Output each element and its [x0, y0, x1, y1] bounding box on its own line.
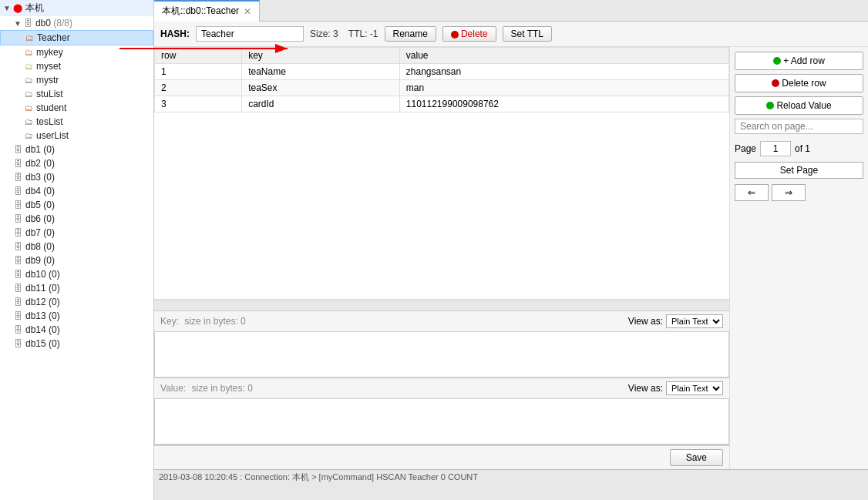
- sidebar-item-stulist[interactable]: 🗂 stuList: [0, 87, 153, 101]
- db3-icon: 🗄: [14, 173, 22, 182]
- db12-icon: 🗄: [14, 297, 22, 307]
- db14-icon: 🗄: [14, 325, 22, 334]
- db0-count: (8/8): [53, 18, 72, 29]
- root-icon: ⬤: [13, 3, 22, 13]
- delete-row-button[interactable]: Delete row: [735, 74, 863, 92]
- db4-label: db4 (0): [25, 186, 55, 196]
- hash-size-label: Size: 3 TTL: -1: [310, 29, 378, 39]
- page-number-input[interactable]: 1: [760, 141, 791, 156]
- db15-icon: 🗄: [14, 339, 22, 348]
- db7-icon: 🗄: [14, 228, 22, 237]
- status-bar: 2019-03-08 10:20:45 : Connection: 本机 > […: [154, 469, 868, 500]
- kv-panels: Key: size in bytes: 0 View as: Plain Tex…: [154, 310, 729, 469]
- set-page-button[interactable]: Set Page: [735, 162, 863, 179]
- sidebar-root[interactable]: ▼ ⬤ 本机: [0, 0, 153, 16]
- rename-button[interactable]: Rename: [385, 26, 436, 42]
- save-row: Save: [154, 445, 729, 469]
- root-arrow: ▼: [3, 4, 11, 12]
- userlist-icon: 🗂: [25, 131, 33, 140]
- sidebar-item-db13[interactable]: 🗄 db13 (0): [0, 309, 153, 323]
- reload-value-button[interactable]: Reload Value: [735, 96, 863, 115]
- sidebar-item-db4[interactable]: 🗄 db4 (0): [0, 184, 153, 198]
- sidebar-item-db11[interactable]: 🗄 db11 (0): [0, 281, 153, 295]
- delete-icon: [451, 31, 459, 39]
- db5-icon: 🗄: [14, 200, 22, 210]
- db6-icon: 🗄: [14, 214, 22, 223]
- sidebar-item-db5[interactable]: 🗄 db5 (0): [0, 198, 153, 212]
- table-panel: row key value 1teaNamezhangsansan2teaSex…: [154, 47, 729, 469]
- student-label: student: [36, 102, 66, 113]
- sidebar: ▼ ⬤ 本机 ▼ 🗄 db0 (8/8) 🗂 Teacher 🗂 mykey 🗂…: [0, 0, 154, 500]
- value-textarea[interactable]: [154, 398, 729, 445]
- add-row-button[interactable]: + Add row: [735, 52, 863, 70]
- tab-close-button[interactable]: ✕: [244, 6, 251, 17]
- cell-row: 3: [155, 96, 242, 112]
- root-label: 本机: [25, 2, 44, 15]
- sidebar-item-db12[interactable]: 🗄 db12 (0): [0, 295, 153, 309]
- value-section: Value: size in bytes: 0 View as: Plain T…: [154, 378, 729, 445]
- key-header: Key: size in bytes: 0 View as: Plain Tex…: [154, 311, 729, 331]
- sidebar-item-userlist[interactable]: 🗂 userList: [0, 129, 153, 143]
- sidebar-item-db6[interactable]: 🗄 db6 (0): [0, 212, 153, 226]
- hash-name-input[interactable]: Teacher: [196, 26, 304, 42]
- userlist-label: userList: [36, 130, 69, 141]
- sidebar-item-db1[interactable]: 🗄 db1 (0): [0, 143, 153, 156]
- db1-icon: 🗄: [14, 145, 22, 154]
- sidebar-item-mystr[interactable]: 🗂 mystr: [0, 73, 153, 87]
- sidebar-item-db3[interactable]: 🗄 db3 (0): [0, 170, 153, 184]
- col-key: key: [242, 48, 400, 64]
- mykey-icon: 🗂: [25, 48, 33, 57]
- sidebar-item-db0[interactable]: ▼ 🗄 db0 (8/8): [0, 16, 153, 30]
- db2-icon: 🗄: [14, 159, 22, 168]
- db13-icon: 🗄: [14, 311, 22, 320]
- teslist-label: tesList: [36, 116, 63, 127]
- stulist-label: stuList: [36, 89, 63, 99]
- key-label: Key: size in bytes: 0: [160, 316, 246, 327]
- table-row[interactable]: 1teaNamezhangsansan: [155, 64, 729, 80]
- db0-arrow: ▼: [14, 19, 22, 28]
- prev-page-button[interactable]: ⇐: [735, 184, 769, 201]
- mystr-label: mystr: [36, 75, 59, 86]
- delete-button[interactable]: Delete: [442, 26, 496, 42]
- db9-icon: 🗄: [14, 256, 22, 265]
- db8-label: db8 (0): [25, 241, 55, 252]
- add-row-icon: [773, 57, 781, 65]
- search-on-page-input[interactable]: [735, 119, 863, 134]
- tab-teacher[interactable]: 本机::db0::Teacher ✕: [154, 0, 260, 22]
- cell-key: cardId: [242, 96, 400, 112]
- table-row[interactable]: 3cardId110112199009098762: [155, 96, 729, 112]
- col-value: value: [399, 48, 728, 64]
- sidebar-item-db8[interactable]: 🗄 db8 (0): [0, 240, 153, 253]
- sidebar-item-student[interactable]: 🗂 student: [0, 101, 153, 115]
- key-view-row: View as: Plain Text JSON Hex Binary: [628, 314, 723, 328]
- sidebar-item-teslist[interactable]: 🗂 tesList: [0, 115, 153, 129]
- status-line: 2019-03-08 10:20:45 : Connection: 本机 > […: [159, 471, 863, 483]
- action-panel: + Add row Delete row Reload Value Page 1: [729, 47, 868, 469]
- save-button[interactable]: Save: [670, 449, 723, 466]
- table-row[interactable]: 2teaSexman: [155, 80, 729, 96]
- sidebar-item-db9[interactable]: 🗄 db9 (0): [0, 253, 153, 267]
- set-ttl-button[interactable]: Set TTL: [503, 26, 552, 42]
- sidebar-item-db10[interactable]: 🗄 db10 (0): [0, 267, 153, 281]
- cell-row: 1: [155, 64, 242, 80]
- sidebar-item-db7[interactable]: 🗄 db7 (0): [0, 226, 153, 240]
- sidebar-item-myset[interactable]: 🗂 myset: [0, 59, 153, 73]
- sidebar-item-db15[interactable]: 🗄 db15 (0): [0, 337, 153, 351]
- data-table-container: row key value 1teaNamezhangsansan2teaSex…: [154, 47, 729, 300]
- db0-icon: 🗄: [24, 18, 32, 28]
- db12-label: db12 (0): [25, 297, 60, 307]
- next-page-button[interactable]: ⇒: [772, 184, 806, 201]
- db1-label: db1 (0): [25, 144, 55, 155]
- sidebar-item-mykey[interactable]: 🗂 mykey: [0, 45, 153, 59]
- value-view-select[interactable]: Plain Text JSON Hex Binary: [666, 381, 723, 395]
- db2-label: db2 (0): [25, 158, 55, 169]
- sidebar-item-db2[interactable]: 🗄 db2 (0): [0, 156, 153, 170]
- db6-label: db6 (0): [25, 213, 55, 224]
- cell-value: zhangsansan: [399, 64, 728, 80]
- key-textarea[interactable]: [154, 331, 729, 378]
- sidebar-item-teacher[interactable]: 🗂 Teacher: [0, 30, 153, 45]
- key-view-select[interactable]: Plain Text JSON Hex Binary: [666, 314, 723, 328]
- sidebar-item-db14[interactable]: 🗄 db14 (0): [0, 323, 153, 337]
- horizontal-scrollbar[interactable]: [154, 300, 729, 310]
- cell-value: 110112199009098762: [399, 96, 728, 112]
